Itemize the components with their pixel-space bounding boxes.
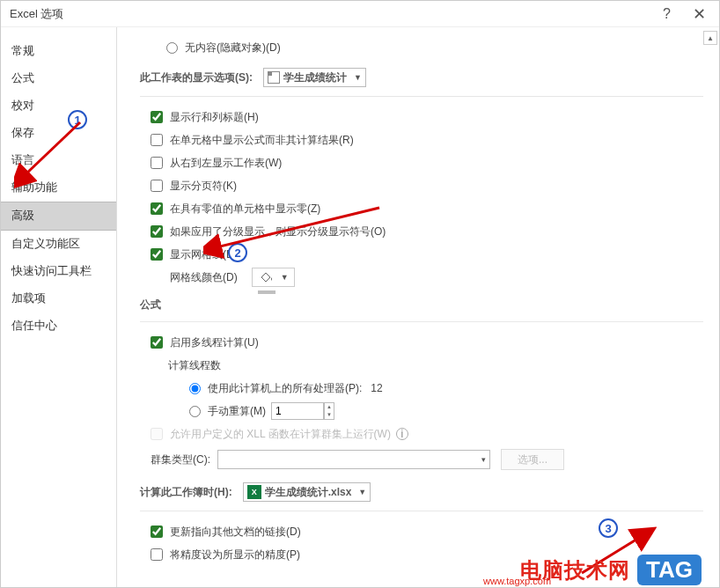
show-formulas-label: 在单元格中显示公式而非其计算结果(R) (170, 133, 354, 148)
update-links-checkbox[interactable] (151, 526, 163, 538)
show-outline-label: 如果应用了分级显示，则显示分级显示符号(O) (170, 224, 386, 239)
sidebar-item-addins[interactable]: 加载项 (1, 285, 116, 312)
section-display-sheet: 此工作表的显示选项(S): 学生成绩统计 ▼ (140, 61, 703, 97)
rtl-sheet-checkbox[interactable] (151, 157, 163, 169)
manual-threads-radio[interactable] (189, 406, 201, 417)
excel-file-icon: X (247, 485, 261, 499)
worksheet-icon (268, 71, 280, 84)
sidebar-item-save[interactable]: 保存 (1, 120, 116, 147)
watermark-sub: www.tagxp.com (483, 576, 551, 586)
chevron-down-icon: ▾ (481, 455, 486, 464)
show-outline-checkbox[interactable] (151, 225, 163, 238)
show-rowcol-heading-label: 显示行和列标题(H) (170, 110, 259, 125)
sidebar: 常规 公式 校对 保存 语言 辅助功能 高级 自定义功能区 快速访问工具栏 加载… (1, 27, 117, 587)
section-formulas-label: 公式 (140, 298, 161, 312)
page-breaks-label: 显示分页符(K) (170, 179, 237, 194)
manual-threads-label: 手动重算(M) (208, 404, 266, 419)
chevron-down-icon: ▼ (354, 73, 362, 82)
info-icon[interactable]: i (396, 428, 408, 440)
workbook-select-value: 学生成绩统计.xlsx (265, 485, 352, 500)
sidebar-item-qat[interactable]: 快速访问工具栏 (1, 258, 116, 285)
processor-count: 12 (371, 382, 382, 394)
page-breaks-checkbox[interactable] (151, 180, 163, 192)
udf-cluster-checkbox (151, 428, 163, 440)
sidebar-item-language[interactable]: 语言 (1, 147, 116, 174)
precision-as-displayed-checkbox[interactable] (151, 548, 163, 561)
threads-label: 计算线程数 (168, 358, 221, 373)
annotation-badge-1: 1 (68, 110, 87, 129)
show-rowcol-heading-checkbox[interactable] (151, 111, 163, 123)
sidebar-item-accessibility[interactable]: 辅助功能 (1, 174, 116, 202)
show-gridlines-checkbox[interactable] (151, 248, 163, 261)
sheet-select[interactable]: 学生成绩统计 ▼ (263, 68, 366, 87)
manual-threads-input[interactable] (271, 402, 324, 420)
section-formulas: 公式 (140, 290, 703, 322)
paint-bucket-icon (258, 270, 276, 283)
sidebar-item-trust-center[interactable]: 信任中心 (1, 312, 116, 340)
content-pane: 无内容(隐藏对象)(D) 此工作表的显示选项(S): 学生成绩统计 ▼ 显示行和… (117, 27, 719, 587)
show-formulas-checkbox[interactable] (151, 134, 163, 146)
sidebar-item-general[interactable]: 常规 (1, 38, 116, 65)
show-gridlines-label: 显示网格线(D) (170, 247, 238, 262)
sidebar-item-customize-ribbon[interactable]: 自定义功能区 (1, 231, 116, 258)
annotation-badge-3: 3 (599, 518, 618, 538)
help-icon[interactable]: ? (663, 6, 671, 22)
show-zeros-checkbox[interactable] (151, 202, 163, 215)
close-icon[interactable]: ✕ (688, 4, 710, 24)
sidebar-item-formulas[interactable]: 公式 (1, 65, 116, 92)
workbook-select[interactable]: X 学生成绩统计.xlsx ▼ (243, 482, 371, 502)
section-display-sheet-label: 此工作表的显示选项(S): (140, 70, 253, 85)
chevron-down-icon: ▼ (281, 273, 289, 282)
hide-objects-radio-row: 无内容(隐藏对象)(D) (166, 38, 703, 57)
window-title: Excel 选项 (10, 6, 663, 22)
cluster-type-label: 群集类型(C): (151, 452, 210, 467)
cluster-options-button: 选项... (501, 449, 564, 470)
section-calc-workbook: 计算此工作簿时(H): X 学生成绩统计.xlsx ▼ (140, 475, 703, 511)
watermark: 电脑技术网 www.tagxp.com TAG (520, 555, 702, 585)
show-zeros-label: 在具有零值的单元格中显示零(Z) (170, 202, 320, 217)
use-all-processors-radio[interactable] (189, 383, 201, 394)
cluster-type-select: ▾ (217, 450, 490, 469)
section-calc-workbook-label: 计算此工作簿时(H): (140, 485, 232, 500)
use-all-processors-label: 使用此计算机上的所有处理器(P): (208, 381, 362, 396)
chevron-down-icon: ▼ (358, 488, 366, 496)
hide-objects-radio[interactable] (166, 42, 178, 54)
gridline-color-label: 网格线颜色(D) (170, 270, 238, 285)
hide-objects-label: 无内容(隐藏对象)(D) (185, 40, 281, 55)
update-links-label: 更新指向其他文档的链接(D) (170, 525, 301, 540)
scroll-up-button[interactable]: ▲ (703, 31, 717, 45)
sheet-select-value: 学生成绩统计 (283, 70, 347, 85)
color-swatch (258, 290, 276, 294)
annotation-badge-2: 2 (228, 243, 247, 262)
sidebar-item-advanced[interactable]: 高级 (1, 202, 116, 231)
sidebar-item-proofing[interactable]: 校对 (1, 92, 116, 120)
udf-cluster-label: 允许用户定义的 XLL 函数在计算群集上运行(W) (170, 427, 391, 442)
threads-spinner[interactable]: ▲▼ (324, 402, 334, 420)
precision-as-displayed-label: 将精度设为所显示的精度(P) (170, 548, 300, 562)
multithread-checkbox[interactable] (151, 336, 163, 349)
multithread-label: 启用多线程计算(U) (170, 335, 259, 350)
rtl-sheet-label: 从右到左显示工作表(W) (170, 156, 282, 171)
title-bar: Excel 选项 ? ✕ (1, 1, 719, 27)
watermark-tag: TAG (637, 555, 702, 585)
gridline-color-button[interactable]: ▼ (252, 268, 295, 287)
